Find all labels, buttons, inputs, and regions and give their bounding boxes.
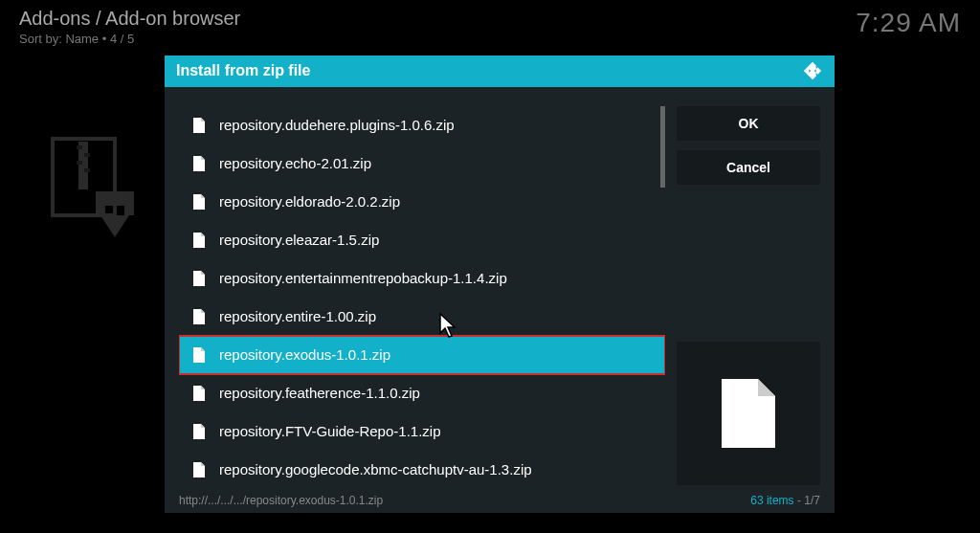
file-icon — [192, 423, 206, 440]
sort-label[interactable]: Sort by: Name — [19, 32, 99, 46]
footer-count: 63 items — [750, 494, 793, 507]
file-item[interactable]: repository.dudehere.plugins-1.0.6.zip — [179, 106, 665, 144]
file-item-label: repository.googlecode.xbmc-catchuptv-au-… — [219, 461, 532, 477]
svg-rect-3 — [84, 153, 90, 157]
svg-rect-4 — [77, 161, 82, 165]
kodi-logo-icon — [802, 60, 823, 81]
install-zip-dialog: Install from zip file repository.dudeher… — [165, 56, 835, 513]
file-icon — [192, 155, 206, 172]
file-item[interactable]: repository.FTV-Guide-Repo-1.1.zip — [179, 412, 665, 451]
file-item[interactable]: repository.entertainmentrepobackup-1.1.4… — [179, 259, 665, 298]
file-icon — [192, 308, 206, 325]
file-icon — [192, 385, 206, 402]
footer-right: 63 items - 1/7 — [750, 494, 820, 507]
preview-box — [677, 342, 820, 485]
file-item-label: repository.FTV-Guide-Repo-1.1.zip — [219, 423, 440, 439]
file-list[interactable]: repository.dudehere.plugins-1.0.6.ziprep… — [179, 106, 665, 489]
file-item[interactable]: repository.eldorado-2.0.2.zip — [179, 183, 665, 221]
header-left: Add-ons / Add-on browser Sort by: Name •… — [19, 8, 240, 46]
page-header: Add-ons / Add-on browser Sort by: Name •… — [19, 8, 961, 46]
file-item[interactable]: repository.eleazar-1.5.zip — [179, 221, 665, 259]
footer-path: http://.../.../.../repository.exodus-1.0… — [179, 494, 383, 507]
file-item-label: repository.entertainmentrepobackup-1.1.4… — [219, 270, 507, 286]
file-item-label: repository.exodus-1.0.1.zip — [219, 346, 390, 363]
dialog-body: repository.dudehere.plugins-1.0.6.ziprep… — [165, 87, 835, 489]
file-item[interactable]: repository.entire-1.00.zip — [179, 298, 665, 336]
file-icon — [192, 461, 206, 478]
svg-rect-2 — [77, 145, 82, 149]
file-icon — [192, 117, 206, 134]
dialog-titlebar: Install from zip file — [165, 56, 835, 87]
scrollbar[interactable] — [660, 106, 665, 188]
dialog-title: Install from zip file — [176, 62, 310, 79]
dialog-footer: http://.../.../.../repository.exodus-1.0… — [165, 489, 835, 513]
file-icon — [192, 270, 206, 287]
clock: 7:29 AM — [856, 8, 961, 38]
cancel-button[interactable]: Cancel — [677, 150, 820, 185]
file-item-label: repository.entire-1.00.zip — [219, 308, 376, 324]
separator: • — [102, 32, 107, 46]
file-item-label: repository.echo-2.01.zip — [219, 155, 371, 171]
file-icon — [192, 232, 206, 249]
zip-download-icon — [48, 134, 134, 239]
footer-page: 1/7 — [804, 494, 820, 507]
right-panel: OK Cancel — [677, 106, 820, 489]
file-item[interactable]: repository.googlecode.xbmc-catchuptv-au-… — [179, 451, 665, 489]
file-item[interactable]: repository.exodus-1.0.1.zip — [179, 336, 665, 374]
file-preview-icon — [720, 377, 777, 450]
file-item-label: repository.featherence-1.1.0.zip — [219, 385, 420, 401]
file-item-label: repository.eldorado-2.0.2.zip — [219, 193, 400, 210]
file-item-label: repository.dudehere.plugins-1.0.6.zip — [219, 117, 455, 133]
file-item-label: repository.eleazar-1.5.zip — [219, 232, 379, 248]
file-icon — [192, 193, 206, 211]
ok-button[interactable]: OK — [677, 106, 820, 141]
file-icon — [192, 346, 206, 364]
file-item[interactable]: repository.echo-2.01.zip — [179, 144, 665, 183]
file-item[interactable]: repository.featherence-1.1.0.zip — [179, 374, 665, 412]
page-position: 4 / 5 — [110, 32, 134, 46]
breadcrumb: Add-ons / Add-on browser — [19, 8, 240, 30]
svg-rect-5 — [84, 168, 90, 172]
header-subline: Sort by: Name • 4 / 5 — [19, 32, 240, 46]
